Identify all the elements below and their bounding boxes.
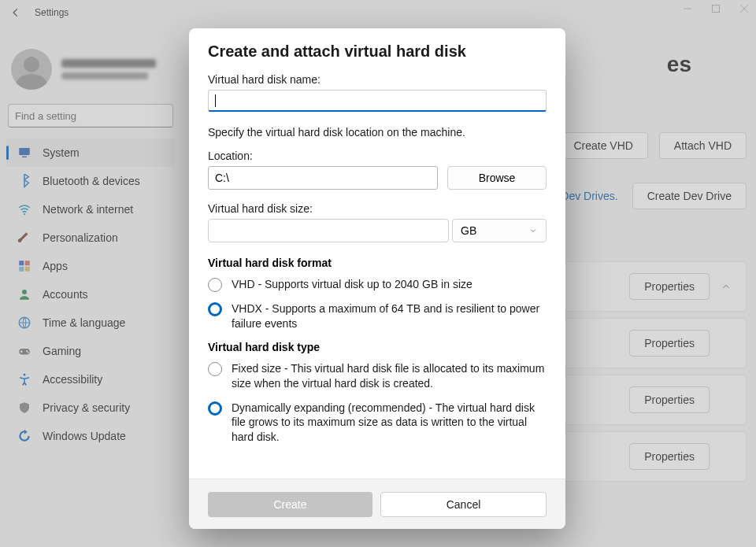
size-unit-select[interactable]: GB [452, 219, 547, 242]
sidebar-item-label: Personalization [43, 231, 118, 244]
dev-drives-link[interactable]: Dev Drives. [561, 190, 617, 202]
close-icon[interactable] [739, 3, 750, 14]
titlebar: Settings [0, 0, 756, 25]
svg-point-3 [24, 213, 25, 215]
svg-rect-0 [713, 6, 720, 13]
page-title-partial: es [667, 52, 691, 77]
vhd-name-input[interactable] [208, 90, 547, 112]
sidebar-item-label: Gaming [43, 345, 81, 357]
type-option-0[interactable]: Fixed size - This virtual hard disk file… [208, 361, 547, 391]
sidebar-item-brush[interactable]: Personalization [6, 224, 175, 252]
avatar [11, 49, 52, 90]
size-label: Virtual hard disk size: [208, 202, 547, 215]
attach-vhd-button[interactable]: Attach VHD [659, 132, 747, 159]
radio-label: VHD - Supports virtual disk up to 2040 G… [232, 277, 472, 292]
browse-button[interactable]: Browse [447, 166, 547, 190]
vhd-name-label: Virtual hard disk name: [208, 73, 547, 86]
sidebar-item-access[interactable]: Accessibility [6, 365, 175, 394]
sidebar-item-gaming[interactable]: Gaming [6, 337, 175, 365]
access-icon [17, 372, 32, 386]
radio-icon [208, 278, 222, 292]
radio-icon [208, 401, 222, 416]
search-placeholder: Find a setting [15, 110, 76, 122]
format-option-0[interactable]: VHD - Supports virtual disk up to 2040 G… [208, 277, 547, 292]
sidebar-item-label: Time & language [43, 316, 125, 329]
sidebar-item-apps[interactable]: Apps [6, 252, 175, 280]
sidebar-item-label: System [43, 146, 80, 159]
radio-label: Fixed size - This virtual hard disk file… [232, 361, 547, 391]
svg-point-11 [26, 350, 28, 352]
sidebar: Find a setting SystemBluetooth & devices… [0, 31, 181, 450]
create-dev-drive-button[interactable]: Create Dev Drive [632, 183, 747, 209]
sidebar-item-label: Bluetooth & devices [43, 175, 140, 187]
radio-label: VHDX - Supports a maximum of 64 TB and i… [232, 301, 547, 331]
properties-button-2[interactable]: Properties [629, 330, 710, 357]
format-section-title: Virtual hard disk format [208, 257, 547, 269]
create-button[interactable]: Create [208, 492, 372, 517]
brush-icon [17, 231, 32, 245]
wifi-icon [17, 202, 32, 216]
properties-button-4[interactable]: Properties [629, 443, 710, 470]
minimize-icon[interactable] [682, 3, 693, 14]
sidebar-item-wifi[interactable]: Network & internet [6, 195, 175, 224]
svg-rect-5 [25, 261, 30, 265]
create-vhd-dialog: Create and attach virtual hard disk Virt… [189, 28, 565, 529]
profile-email-blur [61, 72, 148, 79]
profile-block[interactable] [6, 46, 175, 104]
person-icon [17, 287, 32, 301]
chevron-up-icon [721, 281, 732, 292]
globe-icon [17, 316, 32, 330]
format-option-1[interactable]: VHDX - Supports a maximum of 64 TB and i… [208, 301, 547, 331]
create-vhd-button[interactable]: Create VHD [558, 132, 647, 159]
maximize-icon[interactable] [710, 3, 721, 14]
sidebar-item-person[interactable]: Accounts [6, 280, 175, 309]
dialog-title: Create and attach virtual hard disk [208, 43, 547, 61]
dialog-footer: Create Cancel [189, 479, 565, 529]
chevron-down-icon [528, 226, 538, 235]
type-option-1[interactable]: Dynamically expanding (recommended) - Th… [208, 401, 547, 445]
properties-button-3[interactable]: Properties [629, 386, 710, 413]
cancel-button[interactable]: Cancel [380, 492, 547, 517]
radio-label: Dynamically expanding (recommended) - Th… [232, 401, 547, 445]
update-icon [17, 429, 32, 443]
sidebar-item-label: Windows Update [43, 430, 126, 442]
svg-point-12 [28, 352, 29, 353]
search-input[interactable]: Find a setting [8, 104, 173, 128]
sidebar-item-label: Privacy & security [43, 401, 130, 414]
sidebar-item-bluetooth[interactable]: Bluetooth & devices [6, 167, 175, 195]
size-input[interactable] [208, 219, 449, 242]
sidebar-item-globe[interactable]: Time & language [6, 309, 175, 337]
bluetooth-icon [17, 174, 32, 188]
location-label: Location: [208, 150, 547, 162]
shield-icon [17, 401, 32, 415]
size-unit-value: GB [461, 224, 476, 237]
type-section-title: Virtual hard disk type [208, 341, 547, 353]
radio-icon [208, 302, 222, 316]
system-icon [17, 146, 32, 160]
sidebar-item-label: Accessibility [43, 373, 102, 386]
sidebar-item-update[interactable]: Windows Update [6, 422, 175, 450]
window-title: Settings [35, 7, 69, 18]
sidebar-item-label: Apps [43, 260, 68, 272]
sidebar-item-system[interactable]: System [6, 139, 175, 167]
gaming-icon [17, 344, 32, 358]
svg-rect-6 [19, 267, 24, 272]
apps-icon [17, 259, 32, 273]
profile-name-blur [61, 59, 156, 68]
sidebar-item-shield[interactable]: Privacy & security [6, 394, 175, 422]
back-button[interactable] [8, 5, 24, 20]
svg-rect-7 [25, 267, 30, 272]
location-input[interactable] [208, 166, 438, 190]
properties-button-1[interactable]: Properties [629, 273, 710, 300]
sidebar-item-label: Network & internet [43, 203, 133, 216]
location-hint: Specify the virtual hard disk location o… [208, 126, 547, 139]
svg-point-13 [24, 374, 26, 376]
sidebar-item-label: Accounts [43, 288, 88, 301]
svg-rect-4 [19, 261, 24, 265]
svg-rect-2 [22, 157, 27, 158]
svg-point-8 [22, 290, 27, 294]
svg-rect-1 [19, 148, 30, 155]
radio-icon [208, 362, 222, 376]
